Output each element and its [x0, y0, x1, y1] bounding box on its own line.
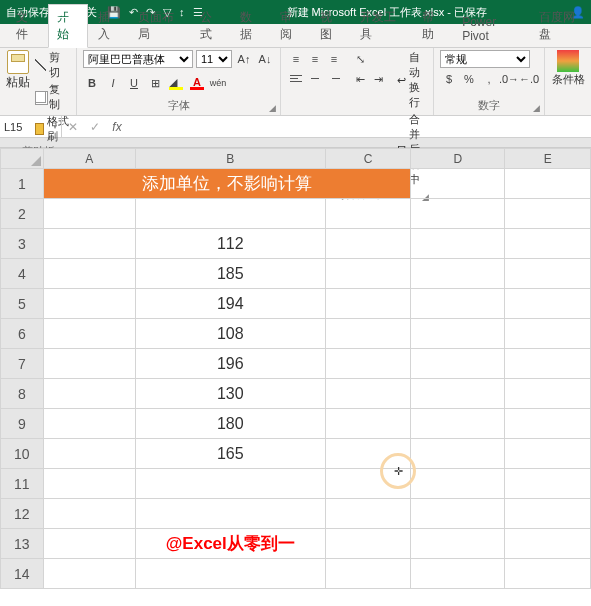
row-header[interactable]: 13: [1, 529, 44, 559]
cell[interactable]: [325, 319, 411, 349]
copy-button[interactable]: 复制: [35, 82, 70, 112]
cell[interactable]: [411, 469, 505, 499]
row-header[interactable]: 3: [1, 229, 44, 259]
cell-b5[interactable]: 194: [135, 289, 325, 319]
worksheet[interactable]: A B C D E 1 添加单位，不影响计算 2 3112 4185 5194 …: [0, 148, 591, 589]
grid[interactable]: A B C D E 1 添加单位，不影响计算 2 3112 4185 5194 …: [0, 148, 591, 589]
grow-font-button[interactable]: A↑: [235, 50, 253, 68]
cell[interactable]: [505, 349, 591, 379]
cell-b13[interactable]: @Excel从零到一: [135, 529, 325, 559]
row-header[interactable]: 5: [1, 289, 44, 319]
cell[interactable]: [43, 439, 135, 469]
cell[interactable]: [411, 559, 505, 589]
row-12[interactable]: 12: [1, 499, 591, 529]
cell[interactable]: [505, 259, 591, 289]
tab-developer[interactable]: 开发工具: [352, 5, 412, 47]
row-5[interactable]: 5194: [1, 289, 591, 319]
cell[interactable]: [505, 499, 591, 529]
cell[interactable]: [43, 529, 135, 559]
align-top-button[interactable]: ≡: [287, 50, 305, 68]
cell-b10[interactable]: 165: [135, 439, 325, 469]
cell[interactable]: [411, 259, 505, 289]
filter-icon[interactable]: ▽: [163, 6, 171, 19]
align-middle-button[interactable]: ≡: [306, 50, 324, 68]
cell[interactable]: [325, 199, 411, 229]
row-10[interactable]: 10165: [1, 439, 591, 469]
row-header[interactable]: 8: [1, 379, 44, 409]
cell[interactable]: [411, 529, 505, 559]
row-header[interactable]: 2: [1, 199, 44, 229]
tab-data[interactable]: 数据: [232, 5, 270, 47]
cell[interactable]: [505, 469, 591, 499]
name-box[interactable]: L15 ▾: [0, 116, 62, 137]
redo-icon[interactable]: ↷: [146, 6, 155, 19]
cell[interactable]: [411, 499, 505, 529]
row-7[interactable]: 7196: [1, 349, 591, 379]
border-button[interactable]: ⊞: [146, 74, 164, 92]
cell[interactable]: [505, 319, 591, 349]
cell[interactable]: [43, 349, 135, 379]
cell[interactable]: [43, 229, 135, 259]
conditional-formatting-button[interactable]: 条件格: [551, 50, 585, 87]
cell[interactable]: [505, 439, 591, 469]
row-11[interactable]: 11: [1, 469, 591, 499]
cell[interactable]: [505, 169, 591, 199]
cell[interactable]: [505, 379, 591, 409]
font-color-button[interactable]: A: [188, 74, 206, 92]
fill-color-button[interactable]: ◢: [167, 74, 185, 92]
bold-button[interactable]: B: [83, 74, 101, 92]
cell[interactable]: [411, 229, 505, 259]
font-name-select[interactable]: 阿里巴巴普惠体: [83, 50, 193, 68]
cell[interactable]: [43, 379, 135, 409]
cell[interactable]: [325, 259, 411, 289]
wrap-text-button[interactable]: ↩自动换行: [397, 50, 427, 110]
column-header-a[interactable]: A: [43, 149, 135, 169]
cell[interactable]: [325, 499, 411, 529]
cell[interactable]: [325, 439, 411, 469]
cell-b8[interactable]: 130: [135, 379, 325, 409]
insert-function-button[interactable]: fx: [106, 120, 128, 134]
align-right-button[interactable]: [325, 69, 343, 87]
row-13[interactable]: 13@Excel从零到一: [1, 529, 591, 559]
cell[interactable]: [43, 499, 135, 529]
save-icon[interactable]: 💾: [107, 6, 121, 19]
cell[interactable]: [411, 409, 505, 439]
cell[interactable]: [325, 469, 411, 499]
cell[interactable]: [505, 229, 591, 259]
cell[interactable]: [505, 559, 591, 589]
column-header-c[interactable]: C: [325, 149, 411, 169]
align-center-button[interactable]: [306, 69, 324, 87]
accounting-format-button[interactable]: $: [440, 70, 458, 88]
cell[interactable]: [43, 469, 135, 499]
cell[interactable]: [411, 169, 505, 199]
cell-b3[interactable]: 112: [135, 229, 325, 259]
phonetic-button[interactable]: wén: [209, 74, 227, 92]
row-header[interactable]: 14: [1, 559, 44, 589]
underline-button[interactable]: U: [125, 74, 143, 92]
increase-decimal-button[interactable]: .0→: [500, 70, 518, 88]
cell[interactable]: [43, 289, 135, 319]
row-2[interactable]: 2: [1, 199, 591, 229]
decrease-decimal-button[interactable]: ←.0: [520, 70, 538, 88]
row-header[interactable]: 9: [1, 409, 44, 439]
undo-icon[interactable]: ↶: [129, 6, 138, 19]
decrease-indent-button[interactable]: ⇤: [351, 70, 369, 88]
row-3[interactable]: 3112: [1, 229, 591, 259]
cell[interactable]: [411, 319, 505, 349]
cell[interactable]: [325, 349, 411, 379]
cell[interactable]: [411, 379, 505, 409]
row-1[interactable]: 1 添加单位，不影响计算: [1, 169, 591, 199]
percent-format-button[interactable]: %: [460, 70, 478, 88]
cell[interactable]: [411, 289, 505, 319]
row-6[interactable]: 6108: [1, 319, 591, 349]
cell[interactable]: [505, 199, 591, 229]
tab-powerpivot[interactable]: Power Pivot: [454, 11, 529, 47]
column-header-b[interactable]: B: [135, 149, 325, 169]
row-header[interactable]: 11: [1, 469, 44, 499]
align-bottom-button[interactable]: ≡: [325, 50, 343, 68]
cut-button[interactable]: 剪切: [35, 50, 70, 80]
touch-icon[interactable]: ☰: [193, 6, 203, 19]
column-header-e[interactable]: E: [505, 149, 591, 169]
italic-button[interactable]: I: [104, 74, 122, 92]
row-4[interactable]: 4185: [1, 259, 591, 289]
